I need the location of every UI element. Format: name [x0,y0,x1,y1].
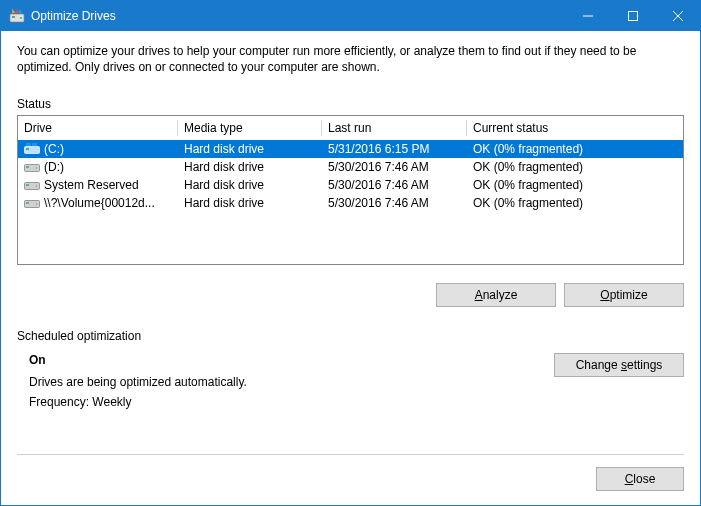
table-row[interactable]: \\?\Volume{00012d...Hard disk drive5/30/… [18,194,683,212]
status-label: Status [17,97,684,111]
drive-icon [24,161,40,173]
change-settings-button[interactable]: Change settings [554,353,684,377]
table-row[interactable]: System ReservedHard disk drive5/30/2016 … [18,176,683,194]
svg-rect-12 [26,184,29,186]
cell-media: Hard disk drive [178,177,322,193]
optimize-button[interactable]: Optimize [564,283,684,307]
svg-point-13 [36,186,38,188]
svg-rect-5 [26,148,29,150]
cell-drive: (C:) [18,141,178,157]
maximize-button[interactable] [610,1,655,31]
drives-list[interactable]: Drive Media type Last run Current status… [17,115,684,265]
footer: Close [17,454,684,491]
scheduled-optimization-section: Scheduled optimization On Drives are bei… [17,329,684,415]
table-row[interactable]: (C:)Hard disk drive5/31/2016 6:15 PMOK (… [18,140,683,158]
col-header-lastrun[interactable]: Last run [322,117,467,139]
drive-icon [24,179,40,191]
svg-rect-7 [32,143,37,146]
svg-rect-3 [628,12,637,21]
svg-point-16 [36,204,38,206]
col-header-status[interactable]: Current status [467,117,683,139]
list-body: (C:)Hard disk drive5/31/2016 6:15 PMOK (… [18,140,683,264]
window-title: Optimize Drives [31,9,565,23]
close-window-button[interactable] [655,1,700,31]
list-header: Drive Media type Last run Current status [18,116,683,140]
analyze-button[interactable]: Analyze [436,283,556,307]
svg-rect-9 [26,166,29,168]
drive-icon [24,143,40,155]
sched-line2: Frequency: Weekly [29,395,554,409]
app-icon [9,8,25,24]
sched-button-area: Change settings [554,353,684,415]
drive-name: System Reserved [44,178,139,192]
drive-name: (C:) [44,142,64,156]
content-area: You can optimize your drives to help you… [1,31,700,505]
cell-status: OK (0% fragmented) [467,159,683,175]
cell-drive: (D:) [18,159,178,175]
svg-point-10 [36,168,38,170]
optimize-drives-window: Optimize Drives You can optimize your dr… [0,0,701,506]
drive-icon [24,197,40,209]
sched-on: On [29,353,554,367]
cell-lastrun: 5/30/2016 7:46 AM [322,159,467,175]
window-controls [565,1,700,31]
cell-lastrun: 5/30/2016 7:46 AM [322,195,467,211]
minimize-button[interactable] [565,1,610,31]
drive-name: \\?\Volume{00012d... [44,196,155,210]
sched-label: Scheduled optimization [17,329,684,343]
cell-lastrun: 5/30/2016 7:46 AM [322,177,467,193]
description-text: You can optimize your drives to help you… [17,43,684,75]
cell-media: Hard disk drive [178,141,322,157]
col-header-drive[interactable]: Drive [18,117,178,139]
cell-status: OK (0% fragmented) [467,177,683,193]
svg-rect-1 [12,16,15,18]
close-button[interactable]: Close [596,467,684,491]
cell-media: Hard disk drive [178,159,322,175]
sched-text: On Drives are being optimized automatica… [17,353,554,415]
list-buttons: Analyze Optimize [17,283,684,307]
cell-lastrun: 5/31/2016 6:15 PM [322,141,467,157]
cell-status: OK (0% fragmented) [467,195,683,211]
cell-status: OK (0% fragmented) [467,141,683,157]
svg-rect-15 [26,202,29,204]
sched-line1: Drives are being optimized automatically… [29,375,554,389]
cell-media: Hard disk drive [178,195,322,211]
svg-point-2 [20,17,22,19]
cell-drive: \\?\Volume{00012d... [18,195,178,211]
svg-rect-6 [26,143,31,146]
cell-drive: System Reserved [18,177,178,193]
titlebar[interactable]: Optimize Drives [1,1,700,31]
sched-body: On Drives are being optimized automatica… [17,353,684,415]
drive-name: (D:) [44,160,64,174]
table-row[interactable]: (D:)Hard disk drive5/30/2016 7:46 AMOK (… [18,158,683,176]
col-header-media[interactable]: Media type [178,117,322,139]
